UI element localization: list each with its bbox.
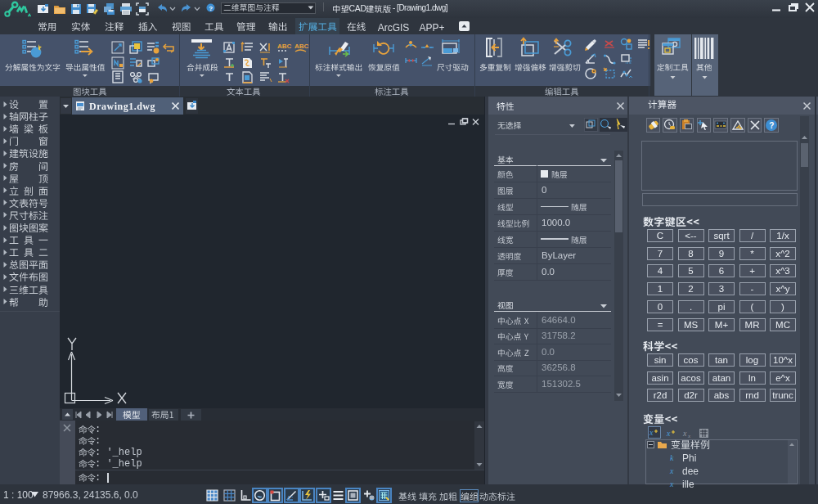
svg-text:x: x <box>669 466 674 475</box>
svg-text:ABC: ABC <box>294 43 309 50</box>
svg-text:?: ? <box>770 121 775 130</box>
svg-text:x: x <box>666 429 671 438</box>
svg-text:k: k <box>670 453 674 462</box>
svg-text:x: x <box>649 428 654 437</box>
svg-text:?: ? <box>209 5 213 12</box>
svg-text:x: x <box>682 429 687 438</box>
svg-text:ABC: ABC <box>277 43 292 50</box>
svg-text:x: x <box>687 433 691 439</box>
svg-text:x: x <box>669 479 674 488</box>
